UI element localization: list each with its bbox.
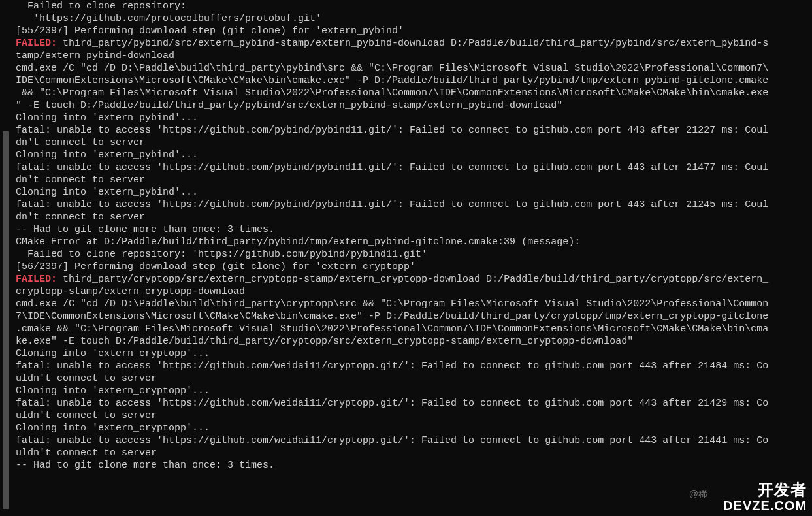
terminal-line: tamp/extern_pybind-download bbox=[16, 50, 812, 62]
terminal-line: Cloning into 'extern_pybind'... bbox=[16, 149, 812, 161]
terminal-line: cmd.exe /C "cd /D D:\Paddle\build\third_… bbox=[16, 62, 812, 74]
terminal-line: " -E touch D:/Paddle/build/third_party/p… bbox=[16, 99, 812, 112]
terminal-line: Failed to clone repository: bbox=[16, 0, 812, 12]
terminal-line: Cloning into 'extern_pybind'... bbox=[16, 186, 812, 199]
terminal-line: uldn't connect to server bbox=[16, 410, 812, 422]
terminal-line: fatal: unable to access 'https://github.… bbox=[16, 161, 812, 174]
terminal-line: dn't connect to server bbox=[16, 174, 812, 186]
terminal-line: -- Had to git clone more than once: 3 ti… bbox=[16, 459, 812, 472]
terminal-line: fatal: unable to access 'https://github.… bbox=[16, 360, 812, 372]
terminal-line: FAILED: third_party/pybind/src/extern_py… bbox=[16, 37, 812, 50]
terminal-line: fatal: unable to access 'https://github.… bbox=[16, 124, 812, 137]
terminal-line: FAILED: third_party/cryptopp/src/extern_… bbox=[16, 273, 812, 285]
scrollbar-thumb[interactable] bbox=[3, 131, 9, 509]
terminal-line: Cloning into 'extern_cryptopp'... bbox=[16, 347, 812, 360]
terminal-line: .cmake && "C:\Program Files\Microsoft Vi… bbox=[16, 323, 812, 335]
terminal-gutter bbox=[0, 0, 12, 516]
terminal-line: Failed to clone repository: 'https://git… bbox=[16, 248, 812, 261]
terminal-line: Cloning into 'extern_pybind'... bbox=[16, 112, 812, 124]
watermark-at: @稀 bbox=[689, 489, 707, 500]
terminal-line: [55/2397] Performing download step (git … bbox=[16, 25, 812, 37]
terminal-line: Cloning into 'extern_cryptopp'... bbox=[16, 385, 812, 397]
terminal-line: [56/2397] Performing download step (git … bbox=[16, 261, 812, 273]
terminal-line: cryptopp-stamp/extern_cryptopp-download bbox=[16, 285, 812, 298]
terminal-line: fatal: unable to access 'https://github.… bbox=[16, 397, 812, 410]
terminal-line: uldn't connect to server bbox=[16, 447, 812, 459]
terminal-line: fatal: unable to access 'https://github.… bbox=[16, 199, 812, 211]
failed-label: FAILED: bbox=[16, 38, 63, 49]
terminal-line: 7\IDE\CommonExtensions\Microsoft\CMake\C… bbox=[16, 310, 812, 323]
terminal-line: ke.exe" -E touch D:/Paddle/build/third_p… bbox=[16, 335, 812, 347]
terminal-line: cmd.exe /C "cd /D D:\Paddle\build\third_… bbox=[16, 298, 812, 310]
terminal-line: uldn't connect to server bbox=[16, 372, 812, 385]
terminal-line: CMake Error at D:/Paddle/build/third_par… bbox=[16, 236, 812, 248]
failed-label: FAILED: bbox=[16, 274, 63, 285]
terminal-line: && "C:\Program Files\Microsoft Visual St… bbox=[16, 87, 812, 99]
terminal-line: -- Had to git clone more than once: 3 ti… bbox=[16, 223, 812, 236]
terminal-line: IDE\CommonExtensions\Microsoft\CMake\CMa… bbox=[16, 74, 812, 87]
terminal-output[interactable]: Failed to clone repository: 'https://git… bbox=[16, 0, 812, 516]
terminal-line: dn't connect to server bbox=[16, 211, 812, 223]
terminal-line: Cloning into 'extern_cryptopp'... bbox=[16, 422, 812, 434]
terminal-line: dn't connect to server bbox=[16, 137, 812, 149]
terminal-line: fatal: unable to access 'https://github.… bbox=[16, 434, 812, 447]
terminal-line: 'https://github.com/protocolbuffers/prot… bbox=[16, 12, 812, 25]
